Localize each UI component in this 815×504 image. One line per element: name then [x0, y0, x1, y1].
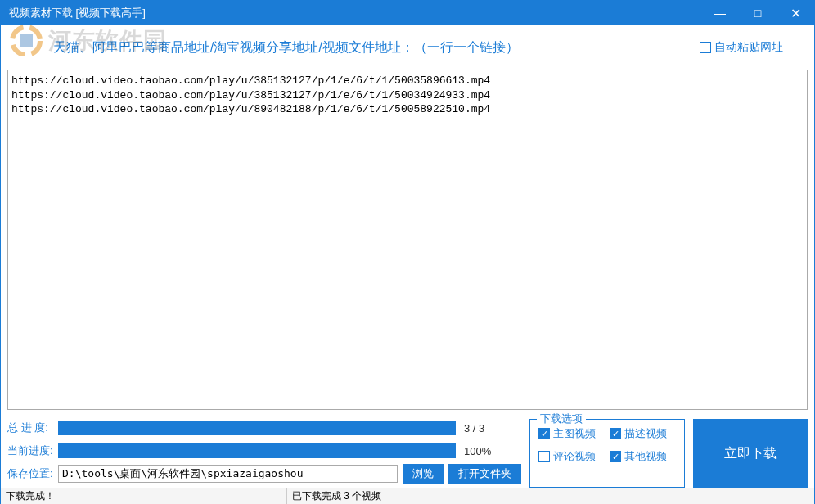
open-folder-button[interactable]: 打开文件夹 [448, 464, 521, 484]
auto-paste-checkbox[interactable]: 自动粘贴网址 [700, 40, 783, 55]
save-path-label: 保存位置: [7, 466, 58, 481]
header-row: 河东软件园 天猫、阿里巴巴等商品地址/淘宝视频分享地址/视频文件地址：（一行一个… [7, 30, 808, 65]
download-options: 下载选项 ✓ 主图视频 ✓ 描述视频 评论视频 ✓ 其他视频 [529, 419, 685, 488]
svg-rect-1 [20, 34, 33, 47]
option-comment-video[interactable]: 评论视频 [538, 449, 605, 464]
svg-point-0 [12, 27, 40, 55]
checkbox-icon: ✓ [610, 428, 621, 439]
url-input[interactable] [7, 70, 808, 410]
total-progress-bar [58, 421, 456, 435]
close-button[interactable]: ✕ [777, 1, 814, 25]
status-right: 已下载完成 3 个视频 [287, 489, 381, 503]
download-button[interactable]: 立即下载 [693, 419, 808, 488]
status-left: 下载完成！ [1, 488, 287, 504]
current-progress-text: 100% [464, 445, 521, 457]
bottom-panel: 总 进 度: 3 / 3 当前进度: 100% 保存位置: 浏览 打开文件夹 下… [7, 419, 808, 488]
progress-panel: 总 进 度: 3 / 3 当前进度: 100% 保存位置: 浏览 打开文件夹 [7, 419, 521, 488]
browse-button[interactable]: 浏览 [403, 464, 444, 484]
option-other-video[interactable]: ✓ 其他视频 [610, 449, 676, 464]
option-main-video[interactable]: ✓ 主图视频 [538, 426, 605, 441]
maximize-button[interactable]: □ [739, 1, 777, 25]
instruction-text: 天猫、阿里巴巴等商品地址/淘宝视频分享地址/视频文件地址：（一行一个链接） [53, 39, 700, 56]
options-legend: 下载选项 [537, 412, 586, 426]
total-progress-text: 3 / 3 [464, 422, 521, 434]
save-path-input[interactable] [58, 465, 398, 483]
checkbox-icon: ✓ [538, 428, 550, 439]
content-area: 河东软件园 天猫、阿里巴巴等商品地址/淘宝视频分享地址/视频文件地址：（一行一个… [1, 25, 814, 488]
option-desc-video[interactable]: ✓ 描述视频 [610, 426, 676, 441]
checkbox-icon [538, 451, 550, 462]
current-progress-label: 当前进度: [7, 443, 58, 458]
titlebar: 视频素材下载 [视频下载高手] — □ ✕ [1, 1, 814, 25]
statusbar: 下载完成！ 已下载完成 3 个视频 [1, 488, 814, 504]
window-controls: — □ ✕ [701, 1, 814, 25]
checkbox-icon [700, 42, 711, 53]
auto-paste-label: 自动粘贴网址 [714, 40, 783, 55]
total-progress-label: 总 进 度: [7, 421, 58, 435]
window-title: 视频素材下载 [视频下载高手] [9, 6, 701, 20]
minimize-button[interactable]: — [701, 1, 739, 25]
checkbox-icon: ✓ [610, 451, 621, 462]
current-progress-bar [58, 443, 456, 458]
